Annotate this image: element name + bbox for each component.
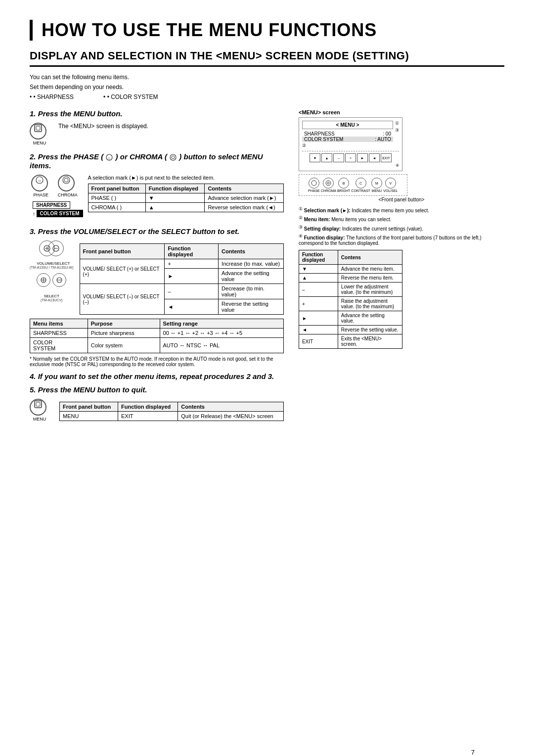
step2-cell-12: Reverse selection mark (◄) (205, 203, 284, 212)
step2-cell-11: ▲ (145, 203, 205, 212)
step3-t2-cell10: COLORSYSTEM (30, 338, 88, 353)
menu-row-color: COLOR SYSTEM : AUTO (302, 137, 393, 142)
left-column: 1. Press the MENU button. MENU The <MENU… (30, 109, 284, 422)
step3-t2-cell11: Color system (88, 338, 160, 353)
sharpness-tag: SHARPNESS (33, 201, 70, 209)
step3-table1: Front panel button Function displayed Co… (80, 243, 284, 315)
step5-th2: Contents (178, 402, 284, 412)
fn-table-th1: Contens (338, 250, 402, 265)
step3-th2-0: Menu items (30, 319, 88, 329)
step3-t1-cell12: Advance the setting value (219, 269, 284, 284)
intro-line-1: You can set the following menu items. (30, 74, 504, 81)
right-function-table: Function displayed Contens ▼ Advance the… (299, 250, 504, 349)
chroma-button-icon (58, 175, 75, 191)
phase-icon-label: PHASE (33, 192, 48, 197)
step2-table: Front panel button Function displayed Co… (88, 184, 284, 212)
step5-row0: MENU EXIT Quit (or Release) the <MENU> s… (60, 412, 284, 421)
step3-t1-cell32: Reverse the setting value (219, 299, 284, 315)
fn-table-row1: ▲ Reverse the menu item. (299, 274, 402, 283)
fn-btn-3: – (333, 153, 344, 162)
panel-menu-btn: M MENU (371, 178, 382, 192)
menu-value-color: : AUTO (375, 137, 391, 142)
page-number: 7 (471, 749, 475, 756)
step3-table2: Menu items Purpose Setting range SHARPNE… (30, 319, 284, 353)
step5-heading: 5. Press the MENU button to quit. (30, 385, 284, 394)
step5-menu-icon-label: MENU (33, 417, 46, 422)
svg-point-5 (172, 156, 175, 159)
step2-row-0: PHASE ( ) ▼ Advance selection mark (►) (88, 193, 283, 203)
bullet-color-system: • COLOR SYSTEM (103, 94, 158, 100)
color-system-tag: COLOR SYSTEM (37, 210, 83, 217)
fn-table-row3: + Raise the adjustment value. (to the ma… (299, 297, 402, 311)
step3-heading: 3. Press the VOLUME/SELECT or the SELECT… (30, 227, 284, 236)
step2-cell-10: CHROMA ( ) (88, 203, 145, 212)
svg-point-9 (64, 178, 68, 182)
svg-rect-20 (35, 401, 42, 408)
right-column: <MENU> screen < MENU > SHARPNESS : 00 CO… (299, 109, 504, 422)
step2-section: 2. Press the PHASE ( ☼ ) or CHROMA ( ) b… (30, 152, 284, 220)
fn-table-cell40: ► (299, 311, 338, 326)
svg-rect-0 (35, 125, 42, 132)
step1-section: 1. Press the MENU button. MENU The <MENU… (30, 109, 284, 145)
annotation-3: ③ Setting display: Indicates the current… (299, 225, 504, 232)
panel-volsel-btn: V VOL/SEL (383, 178, 398, 192)
fn-table-cell31: Raise the adjustment value. (to the maxi… (338, 297, 402, 311)
fn-table-row6: EXIT Exits the <MENU> screen. (299, 334, 402, 349)
step3-th2-1: Purpose (88, 319, 160, 329)
panel-bright-btn: B BRIGHT (337, 178, 350, 192)
fn-table-cell30: + (299, 297, 338, 311)
fn-table-row2: – Lower the adjustment value. (to the mi… (299, 283, 402, 297)
chroma-icon-label: CHROMA (58, 192, 78, 197)
step2-cell-01: ▼ (145, 193, 205, 203)
step3-t1-cell31: ◄ (165, 299, 219, 315)
step5-menu-button-icon (30, 399, 46, 416)
svg-rect-21 (36, 402, 40, 406)
step3-t1-cell02: Increase (to max. value) (219, 259, 284, 269)
intro-line-2: Set them depending on your needs. (30, 84, 504, 91)
menu-label-color: COLOR SYSTEM (304, 137, 343, 142)
step3-th1-0: Front panel button (80, 244, 165, 259)
vol-select-label-1: VOLUME/SELECT (37, 261, 66, 266)
fn-table-cell60: EXIT (299, 334, 338, 349)
step2-cell-02: Advance selection mark (►) (205, 193, 284, 203)
step5-table: Front panel button Function displayed Co… (59, 402, 284, 421)
step3-t1-cell00: VOLUME/ SELECT (+) or SELECT (+) (80, 259, 165, 284)
step3-t1-cell22: Decrease (to min. value) (219, 284, 284, 299)
fn-btn-7: EXIT (381, 153, 392, 162)
phase-button-icon: ☼ (31, 175, 48, 191)
menu-screen-diagram: < MENU > SHARPNESS : 00 COLOR SYSTEM : A… (299, 117, 402, 171)
step4-section: 4. If you want to set the other menu ite… (30, 372, 284, 380)
menu-row-sharpness: SHARPNESS : 00 (302, 131, 393, 137)
fn-table-th0: Function displayed (299, 250, 338, 265)
step3-t2-row1: COLORSYSTEM Color system AUTO ↔ NTSC ↔ P… (30, 338, 284, 353)
fn-table-cell01: Advance the menu item. (338, 265, 402, 274)
step3-t1-row0: VOLUME/ SELECT (+) or SELECT (+) + Incre… (80, 259, 283, 269)
svg-point-24 (327, 182, 329, 184)
bullet-sharpness: • SHARPNESS (30, 94, 74, 100)
step3-t2-cell00: SHARPNESS (30, 329, 88, 338)
svg-text:☼: ☼ (108, 156, 111, 160)
circle-4: ④ (302, 163, 399, 168)
menu-title: < MENU > (302, 121, 393, 129)
step4-heading: 4. If you want to set the other menu ite… (30, 372, 284, 380)
fn-table-cell61: Exits the <MENU> screen. (338, 334, 402, 349)
fn-table-cell10: ▲ (299, 274, 338, 283)
svg-point-23 (326, 181, 331, 186)
step5-cell00: MENU (60, 412, 118, 421)
fn-btn-6: ◄ (369, 153, 380, 162)
step5-cell01: EXIT (118, 412, 178, 421)
step2-th-function: Function displayed (145, 184, 205, 193)
annotation-1: ① Selection mark (►): Indicates the menu… (299, 206, 504, 213)
step3-t2-cell12: AUTO ↔ NTSC ↔ PAL (160, 338, 283, 353)
fn-table-cell00: ▼ (299, 265, 338, 274)
select-sublabel-2: (TM-A13UCV) (41, 298, 62, 302)
select-label-2: SELECT (44, 294, 59, 298)
annotations-section: ① Selection mark (►): Indicates the menu… (299, 206, 504, 246)
step3-th1-1: Function displayed (165, 244, 219, 259)
step3-t1-row2: VOLUME/ SELECT (–) or SELECT (–) – Decre… (80, 284, 283, 299)
annotation-4: ④ Function display: The functions of the… (299, 234, 504, 246)
fn-table-cell11: Reverse the menu item. (338, 274, 402, 283)
panel-phase-btn: PHASE (308, 178, 320, 192)
fn-table-row4: ► Advance the setting value. (299, 311, 402, 326)
step2-cell-00: PHASE ( ) (88, 193, 145, 203)
